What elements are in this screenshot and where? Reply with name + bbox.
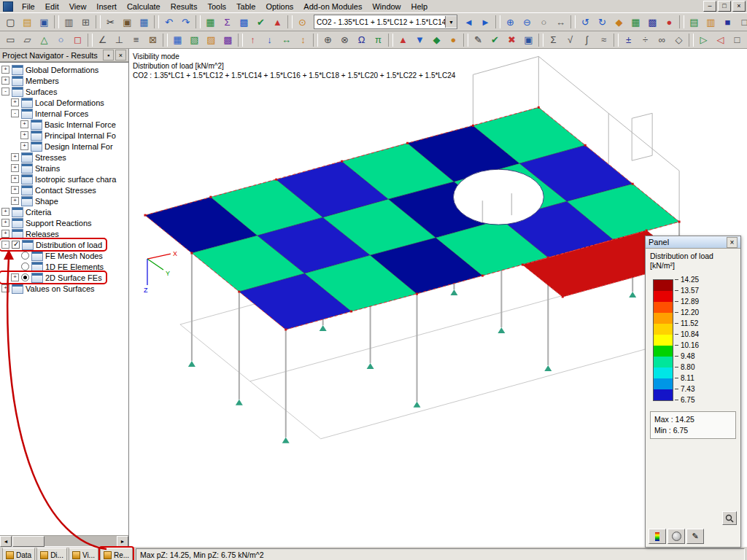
window-control-button[interactable]: – bbox=[703, 1, 716, 12]
toolbar-button[interactable]: ▥ bbox=[61, 14, 77, 30]
toolbar-button[interactable]: ⊥ bbox=[111, 32, 128, 48]
menu-item[interactable]: Help bbox=[406, 1, 433, 12]
toolbar-button[interactable]: ÷ bbox=[637, 32, 654, 48]
toolbar-button[interactable]: ≈ bbox=[595, 32, 612, 48]
tree-item-control[interactable] bbox=[21, 273, 29, 281]
window-control-button[interactable]: □ bbox=[718, 1, 731, 12]
toolbar-button[interactable]: ✖ bbox=[503, 32, 520, 48]
toolbar-button[interactable]: △ bbox=[36, 32, 53, 48]
tree-item[interactable]: - Internal Forces bbox=[0, 108, 128, 119]
toolbar-button[interactable]: ▣ bbox=[36, 14, 53, 30]
scrollbar-thumb[interactable] bbox=[12, 536, 44, 547]
toolbar-button[interactable]: ✔ bbox=[487, 32, 503, 48]
toolbar-button[interactable]: ▲ bbox=[269, 14, 286, 30]
toolbar-button[interactable]: ▢ bbox=[2, 14, 19, 30]
toolbar-button[interactable] bbox=[388, 34, 393, 47]
toolbar-button[interactable] bbox=[679, 15, 684, 28]
toolbar-button[interactable]: ↻ bbox=[594, 14, 611, 30]
toolbar-button[interactable] bbox=[163, 34, 168, 47]
close-icon[interactable]: × bbox=[727, 237, 738, 248]
tree-item[interactable]: + Values on Surfaces bbox=[0, 283, 128, 294]
toolbar-button[interactable]: ∞ bbox=[654, 32, 670, 48]
toolbar-button[interactable] bbox=[88, 34, 93, 47]
toolbar-button[interactable]: ⊙ bbox=[294, 14, 311, 30]
menu-item[interactable]: Calculate bbox=[122, 1, 166, 12]
toolbar-button[interactable]: ↔ bbox=[552, 14, 569, 30]
menu-item[interactable]: View bbox=[64, 1, 92, 12]
chevron-down-icon[interactable]: ▼ bbox=[445, 16, 457, 28]
tree-expander-icon[interactable]: + bbox=[11, 164, 19, 172]
tree-item[interactable]: + Stresses bbox=[0, 152, 128, 163]
toolbar-button[interactable]: ⊗ bbox=[336, 32, 353, 48]
toolbar-button[interactable]: ↷ bbox=[177, 14, 194, 30]
tree-expander-icon[interactable]: + bbox=[20, 131, 28, 139]
toolbar-button[interactable]: ✂ bbox=[102, 14, 119, 30]
toolbar-button[interactable]: ▲ bbox=[395, 32, 411, 48]
toolbar-button[interactable] bbox=[689, 34, 694, 47]
menu-item[interactable]: Window bbox=[367, 1, 406, 12]
toolbar-button[interactable]: ▼ bbox=[411, 32, 428, 48]
menu-item[interactable]: Tools bbox=[202, 1, 231, 12]
tree-expander-icon[interactable]: + bbox=[1, 208, 9, 216]
toolbar-button[interactable]: ↓ bbox=[261, 32, 278, 48]
tree-item[interactable]: + Local Deformations bbox=[0, 97, 128, 108]
toolbar-button[interactable]: □ bbox=[736, 14, 747, 30]
tree-expander-icon[interactable]: + bbox=[11, 153, 19, 161]
toolbar-button[interactable]: ∫ bbox=[578, 32, 595, 48]
tree-item[interactable]: + Members bbox=[0, 75, 128, 86]
tree-item[interactable]: + Global Deformations bbox=[0, 64, 128, 75]
tree-item[interactable]: + Design Internal For bbox=[0, 141, 128, 152]
toolbar-button[interactable]: ⊞ bbox=[77, 14, 94, 30]
toolbar-button[interactable]: ▤ bbox=[686, 14, 703, 30]
toolbar-button[interactable]: ▣ bbox=[119, 14, 136, 30]
scroll-left-icon[interactable]: ◄ bbox=[0, 536, 12, 547]
toolbar-button[interactable] bbox=[287, 15, 293, 28]
toolbar-button[interactable]: ▭ bbox=[2, 32, 19, 48]
toolbar-button[interactable]: ▦ bbox=[202, 14, 219, 30]
toolbar-button[interactable]: π bbox=[370, 32, 387, 48]
pin-icon[interactable]: ▪ bbox=[103, 50, 114, 61]
toolbar-button[interactable]: ↑ bbox=[244, 32, 261, 48]
toolbar-button[interactable]: ◆ bbox=[428, 32, 445, 48]
toolbar-button[interactable]: ∠ bbox=[94, 32, 111, 48]
toolbar-button[interactable]: ▨ bbox=[203, 32, 220, 48]
toolbar-button[interactable]: ● bbox=[661, 14, 678, 30]
window-control-button[interactable]: × bbox=[732, 1, 746, 12]
menu-item[interactable]: Table bbox=[231, 1, 260, 12]
toolbar-button[interactable]: ◄ bbox=[460, 14, 477, 30]
toolbar-button[interactable] bbox=[495, 15, 500, 28]
tree-item[interactable]: FE Mesh Nodes bbox=[0, 250, 128, 261]
tree-item[interactable]: + Strains bbox=[0, 163, 128, 174]
toolbar-button[interactable]: ↶ bbox=[160, 14, 177, 30]
toolbar-button[interactable]: Ω bbox=[353, 32, 370, 48]
tree-expander-icon[interactable]: + bbox=[11, 186, 19, 194]
toolbar-button[interactable]: ◻ bbox=[69, 32, 86, 48]
toolbar-button[interactable]: ◁ bbox=[712, 32, 729, 48]
tree-item[interactable]: + Isotropic surface chara bbox=[0, 174, 128, 184]
toolbar-button[interactable]: ▩ bbox=[220, 32, 236, 48]
tree-item[interactable]: 1D FE Elements bbox=[0, 261, 128, 272]
tree-expander-icon[interactable]: - bbox=[1, 88, 9, 96]
toolbar-button[interactable]: ↔ bbox=[278, 32, 295, 48]
toolbar-button[interactable] bbox=[313, 34, 318, 47]
load-case-combobox[interactable]: CO2 - 1.35*LC1 + 1.5*LC12 + 1.5*LC14 ▼ bbox=[314, 15, 457, 29]
panel-filter-tab[interactable]: ✎ bbox=[686, 529, 704, 544]
tree-expander-icon[interactable]: - bbox=[11, 109, 19, 117]
toolbar-button[interactable]: ⊕ bbox=[502, 14, 519, 30]
tree-item[interactable]: + Shape bbox=[0, 195, 128, 206]
menu-item[interactable]: File bbox=[17, 1, 40, 12]
navigator-tab[interactable]: Re... bbox=[100, 548, 133, 560]
toolbar-button[interactable]: ○ bbox=[53, 32, 69, 48]
tree-expander-icon[interactable]: + bbox=[20, 142, 28, 150]
tree-item-control[interactable] bbox=[21, 252, 29, 260]
tree-expander-icon[interactable]: + bbox=[1, 230, 9, 238]
panel-title-bar[interactable]: Panel × bbox=[646, 236, 740, 249]
tree-expander-icon[interactable]: - bbox=[1, 241, 9, 249]
toolbar-button[interactable] bbox=[463, 34, 468, 47]
menu-item[interactable]: Edit bbox=[40, 1, 64, 12]
toolbar-button[interactable]: ▧ bbox=[186, 32, 203, 48]
tree-item[interactable]: - Surfaces bbox=[0, 86, 128, 97]
panel-display-tab[interactable] bbox=[667, 529, 685, 544]
tree-item[interactable]: + Basic Internal Force bbox=[0, 119, 128, 130]
tree-expander-icon[interactable]: + bbox=[1, 77, 9, 85]
